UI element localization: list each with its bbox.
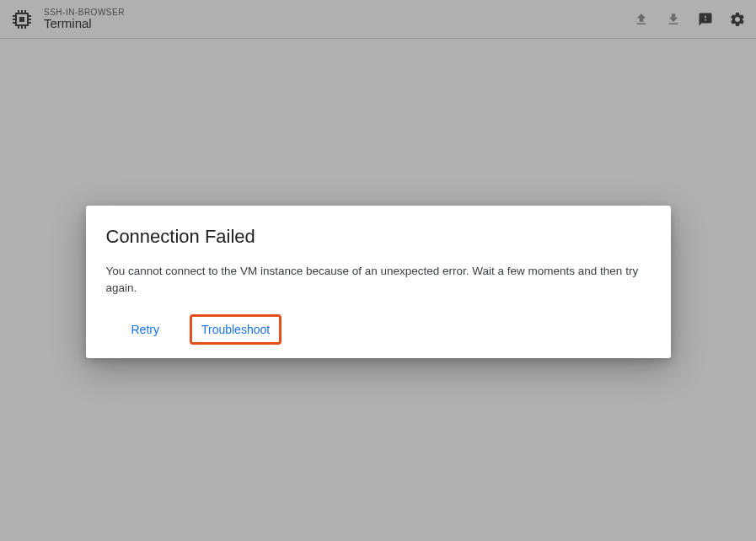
download-icon[interactable]: [665, 11, 682, 28]
troubleshoot-button[interactable]: Troubleshoot: [191, 316, 280, 343]
dialog-message: You cannot connect to the VM instance be…: [106, 263, 651, 297]
header-title: Terminal: [44, 17, 125, 31]
dialog-title: Connection Failed: [106, 226, 651, 248]
feedback-icon[interactable]: [697, 11, 714, 28]
header-left: SSH-IN-BROWSER Terminal: [10, 8, 125, 31]
dialog-backdrop: Connection Failed You cannot connect to …: [0, 39, 756, 541]
connection-failed-dialog: Connection Failed You cannot connect to …: [86, 206, 671, 358]
svg-rect-1: [19, 17, 24, 22]
retry-button[interactable]: Retry: [121, 316, 169, 343]
header-text: SSH-IN-BROWSER Terminal: [44, 8, 125, 31]
chip-icon: [10, 8, 34, 31]
app-header: SSH-IN-BROWSER Terminal: [0, 0, 756, 39]
header-right: [633, 11, 746, 28]
dialog-actions: Retry Troubleshoot: [106, 316, 651, 343]
gear-icon[interactable]: [729, 11, 746, 28]
upload-icon[interactable]: [633, 11, 650, 28]
